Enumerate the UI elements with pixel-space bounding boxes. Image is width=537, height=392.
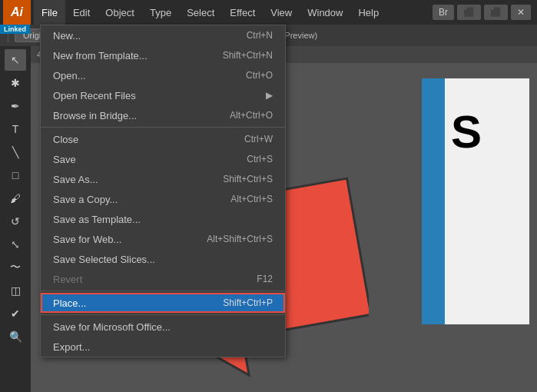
select-tool[interactable]: ↖	[5, 49, 26, 71]
rect-tool[interactable]: □	[5, 164, 26, 186]
menu-export[interactable]: Export...	[41, 337, 285, 357]
menu-save-as[interactable]: Save As... Shift+Ctrl+S	[41, 169, 285, 189]
line-tool[interactable]: ╲	[5, 141, 26, 163]
menu-new[interactable]: New... Ctrl+N	[41, 25, 285, 45]
preview-letter: S	[451, 109, 482, 155]
menu-type[interactable]: Type	[142, 0, 179, 25]
menu-save-copy[interactable]: Save a Copy... Alt+Ctrl+S	[41, 189, 285, 209]
scale-tool[interactable]: ⤡	[5, 234, 26, 255]
divider-1	[41, 127, 285, 128]
tools-panel: ↖ ✱ ✒ T ╲ □ 🖌 ↺ ⤡ 〜 ◫ ✔ 🔍	[0, 46, 31, 392]
menu-save-copy-shortcut: Alt+Ctrl+S	[230, 194, 273, 204]
menu-place-shortcut: Shift+Ctrl+P	[223, 297, 273, 308]
warp-tool[interactable]: 〜	[5, 257, 26, 278]
direct-select-tool[interactable]: ✱	[5, 72, 26, 94]
arrange-btn[interactable]: ⬛	[484, 5, 508, 20]
gradient-tool[interactable]: ◫	[5, 280, 26, 301]
menu-file[interactable]: File	[34, 0, 65, 25]
workspace-btn[interactable]: ✕	[511, 5, 531, 20]
menu-save[interactable]: Save Ctrl+S	[41, 149, 285, 169]
menu-export-label: Export...	[53, 341, 90, 353]
menu-save-label: Save	[53, 154, 76, 165]
menu-bridge-label: Browse in Bridge...	[53, 110, 137, 121]
menu-new-template-shortcut: Shift+Ctrl+N	[223, 50, 273, 61]
type-tool[interactable]: T	[5, 118, 26, 140]
menu-bridge-shortcut: Alt+Ctrl+O	[230, 110, 273, 121]
menu-bridge[interactable]: Browse in Bridge... Alt+Ctrl+O	[41, 105, 285, 125]
menu-edit[interactable]: Edit	[65, 0, 98, 25]
menu-save-web-shortcut: Alt+Shift+Ctrl+S	[207, 234, 273, 244]
brush-tool[interactable]: 🖌	[5, 188, 26, 209]
app-logo: Ai	[3, 0, 31, 25]
menu-new-shortcut: Ctrl+N	[247, 30, 273, 41]
divider-2	[41, 291, 285, 291]
menubar: Ai File Edit Object Type Select Effect V…	[0, 0, 537, 25]
menu-revert-label: Revert	[53, 274, 82, 285]
menu-open-label: Open...	[53, 70, 86, 81]
menu-window[interactable]: Window	[300, 0, 350, 25]
menu-open[interactable]: Open... Ctrl+O	[41, 65, 285, 85]
menu-save-office[interactable]: Save for Microsoft Office...	[41, 317, 285, 337]
menu-place-label: Place...	[53, 297, 86, 309]
menu-recent[interactable]: Open Recent Files ▶	[41, 85, 285, 105]
menu-save-office-label: Save for Microsoft Office...	[53, 321, 171, 333]
menu-object[interactable]: Object	[98, 0, 142, 25]
menu-save-as-label: Save As...	[53, 174, 98, 185]
menu-close-label: Close	[53, 134, 78, 145]
file-dropdown-menu: New... Ctrl+N New from Template... Shift…	[40, 25, 286, 357]
menu-save-web-label: Save for Web...	[53, 234, 121, 245]
menu-revert-shortcut: F12	[257, 274, 273, 284]
document-preview: S	[422, 78, 529, 324]
bridge-btn[interactable]: Br	[433, 5, 454, 20]
menu-save-slices-label: Save Selected Slices...	[53, 254, 155, 265]
eyedropper-tool[interactable]: ✔	[5, 303, 26, 324]
menu-new-label: New...	[53, 30, 81, 42]
menu-recent-label: Open Recent Files	[53, 90, 136, 101]
menu-place[interactable]: Place... Shift+Ctrl+P	[41, 293, 285, 313]
rotate-tool[interactable]: ↺	[5, 211, 26, 232]
pen-tool[interactable]: ✒	[5, 95, 26, 117]
menu-new-template-label: New from Template...	[53, 50, 148, 61]
menu-save-copy-label: Save a Copy...	[53, 194, 118, 205]
menu-revert: Revert F12	[41, 269, 285, 289]
zoom-tool[interactable]: 🔍	[5, 326, 26, 347]
menu-save-slices[interactable]: Save Selected Slices...	[41, 249, 285, 269]
menu-view[interactable]: View	[263, 0, 300, 25]
divider-3	[41, 314, 285, 315]
menu-help[interactable]: Help	[350, 0, 386, 25]
menu-save-web[interactable]: Save for Web... Alt+Shift+Ctrl+S	[41, 229, 285, 249]
panels-btn[interactable]: ⬛	[457, 5, 481, 20]
menu-save-template-label: Save as Template...	[53, 214, 141, 225]
menu-new-template[interactable]: New from Template... Shift+Ctrl+N	[41, 45, 285, 65]
menu-select[interactable]: Select	[179, 0, 222, 25]
menu-recent-arrow: ▶	[266, 90, 273, 101]
menu-save-as-shortcut: Shift+Ctrl+S	[223, 174, 273, 184]
menu-close-shortcut: Ctrl+W	[244, 134, 273, 145]
preview-blue-bar	[422, 78, 445, 324]
topbar: Br ⬛ ⬛ ✕	[426, 0, 537, 25]
menu-close[interactable]: Close Ctrl+W	[41, 129, 285, 149]
linkedin-badge: Linked	[0, 25, 30, 34]
menu-open-shortcut: Ctrl+O	[246, 70, 273, 81]
menu-effect[interactable]: Effect	[222, 0, 263, 25]
menu-save-template[interactable]: Save as Template...	[41, 209, 285, 229]
menu-save-shortcut: Ctrl+S	[247, 154, 273, 164]
